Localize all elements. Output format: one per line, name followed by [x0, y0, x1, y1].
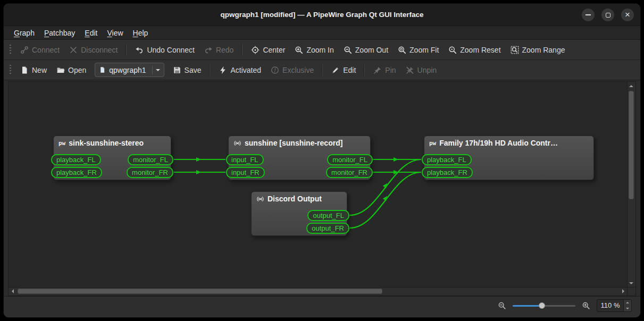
- close-button[interactable]: ×: [621, 9, 634, 21]
- node-header: Discord Output: [252, 192, 347, 206]
- disconnect-icon: [69, 46, 78, 54]
- port-monitor-fl[interactable]: monitor_FL: [128, 154, 173, 165]
- menu-help[interactable]: Help: [128, 26, 153, 39]
- patchbay-file-icon: [99, 66, 106, 73]
- minimize-button[interactable]: [582, 9, 595, 21]
- node-ports: output_FL output_FR: [252, 206, 347, 234]
- vertical-scrollbar-handle[interactable]: [629, 91, 634, 199]
- port-playback-fr[interactable]: playback_FR: [51, 167, 102, 178]
- wire-arrow: [394, 157, 398, 162]
- maximize-icon: [606, 13, 610, 18]
- zoom-spinbox[interactable]: 110 %: [597, 299, 632, 312]
- port-monitor-fl[interactable]: monitor_FL: [327, 154, 373, 165]
- menu-edit[interactable]: Edit: [80, 26, 102, 39]
- maximize-button[interactable]: [601, 9, 614, 21]
- wire-arrow: [196, 157, 201, 162]
- zoom-range-icon: [511, 46, 519, 54]
- zoom-slider[interactable]: [513, 301, 575, 310]
- scroll-right-button[interactable]: [620, 288, 627, 295]
- toolbar-handle[interactable]: [10, 65, 11, 75]
- patchbay-profile-combo[interactable]: qpwgraph1: [95, 63, 164, 77]
- node-ports: input_FL input_FR monitor_FL monitor_FR: [229, 150, 370, 178]
- toolbar-handle[interactable]: [10, 45, 11, 55]
- zoom-reset-button[interactable]: Zoom Reset: [444, 43, 505, 57]
- arrow-down-icon: [626, 308, 629, 311]
- zoom-slider-handle[interactable]: [539, 302, 545, 309]
- redo-icon: [204, 46, 213, 54]
- titlebar[interactable]: qpwgraph1 [modified] — A PipeWire Graph …: [4, 4, 640, 26]
- vertical-scrollbar[interactable]: [628, 81, 636, 288]
- undo-connect-button[interactable]: Undo Connect: [130, 43, 199, 57]
- save-button[interactable]: Save: [168, 63, 206, 77]
- port-playback-fr[interactable]: playback_FR: [422, 167, 473, 178]
- center-icon: [251, 46, 260, 54]
- port-input-fr[interactable]: input_FR: [226, 167, 265, 178]
- zoom-reset-label: Zoom Reset: [460, 46, 500, 54]
- center-button[interactable]: Center: [246, 43, 290, 57]
- port-monitor-fr[interactable]: monitor_FR: [127, 167, 173, 178]
- menu-label: V: [107, 29, 112, 37]
- zoom-in-small-icon[interactable]: [582, 301, 590, 310]
- scroll-up-button[interactable]: [628, 82, 635, 89]
- zoom-fit-button[interactable]: Zoom Fit: [393, 43, 444, 57]
- horizontal-scrollbar-handle[interactable]: [18, 289, 382, 294]
- window-controls: ×: [582, 9, 634, 21]
- zoom-range-button[interactable]: Zoom Range: [506, 43, 570, 57]
- zoom-in-label: Zoom In: [306, 46, 333, 54]
- port-output-fr[interactable]: output_FR: [306, 223, 349, 234]
- undo-connect-label: Undo Connect: [147, 46, 195, 54]
- new-label: New: [32, 66, 47, 74]
- port-input-fl[interactable]: input_FL: [226, 154, 264, 165]
- menu-label: atchbay: [49, 29, 75, 37]
- lightning-icon: [219, 66, 227, 74]
- zoom-range-label: Zoom Range: [522, 46, 565, 54]
- port-output-fl[interactable]: output_FL: [307, 210, 349, 221]
- undo-icon: [135, 46, 144, 54]
- spin-down-button[interactable]: [624, 306, 631, 311]
- node-header: sunshine [sunshine-record]: [229, 136, 370, 150]
- node-family-hd-audio[interactable]: pw Family 17h/19h HD Audio Contr… playba…: [424, 136, 594, 180]
- node-sink-sunshine-stereo[interactable]: pw sink-sunshine-stereo playback_FL play…: [53, 136, 171, 180]
- new-button[interactable]: New: [15, 63, 52, 77]
- arrow-up-icon: [629, 83, 633, 87]
- horizontal-scrollbar[interactable]: [8, 288, 628, 296]
- disconnect-button[interactable]: Disconnect: [64, 43, 122, 57]
- toolbar-separator: [322, 64, 323, 76]
- menu-graph[interactable]: Graph: [9, 26, 39, 39]
- port-playback-fl[interactable]: playback_FL: [422, 154, 472, 165]
- open-button[interactable]: Open: [52, 63, 91, 77]
- scroll-down-button[interactable]: [628, 280, 635, 287]
- patchbay-profile-value: qpwgraph1: [109, 66, 146, 74]
- node-discord-output[interactable]: Discord Output output_FL output_FR: [251, 191, 347, 236]
- unpin-label: Unpin: [417, 66, 437, 74]
- menu-view[interactable]: View: [102, 26, 128, 39]
- audio-stream-icon: [233, 139, 241, 147]
- activated-button[interactable]: Activated: [214, 63, 266, 77]
- redo-label: Redo: [216, 46, 233, 54]
- node-sunshine[interactable]: sunshine [sunshine-record] input_FL inpu…: [228, 136, 371, 180]
- exclusive-button[interactable]: f Exclusive: [266, 63, 319, 77]
- arrow-right-icon: [622, 289, 626, 293]
- zoom-out-button[interactable]: Zoom Out: [339, 43, 393, 57]
- zoom-out-icon: [344, 46, 352, 54]
- port-playback-fl[interactable]: playback_FL: [51, 154, 101, 165]
- pin-button[interactable]: Pin: [369, 63, 400, 77]
- menu-patchbay[interactable]: Patchbay: [39, 26, 80, 39]
- spin-up-button[interactable]: [624, 300, 631, 306]
- edit-label: Edit: [343, 66, 356, 74]
- unpin-button[interactable]: Unpin: [401, 63, 442, 77]
- connection-wires: [9, 82, 628, 288]
- window-title: qpwgraph1 [modified] — A PipeWire Graph …: [220, 11, 423, 19]
- port-monitor-fr[interactable]: monitor_FR: [326, 167, 373, 178]
- edit-button[interactable]: Edit: [327, 63, 361, 77]
- wire-arrow: [383, 182, 389, 188]
- combo-separator: [152, 66, 153, 74]
- redo-button[interactable]: Redo: [199, 43, 238, 57]
- close-icon: ×: [625, 10, 630, 19]
- zoom-out-small-icon[interactable]: [498, 301, 506, 310]
- graph-canvas[interactable]: pw sink-sunshine-stereo playback_FL play…: [8, 81, 628, 288]
- connect-button[interactable]: Connect: [15, 43, 64, 57]
- node-ports: playback_FL playback_FR monitor_FL monit…: [54, 150, 171, 178]
- scroll-left-button[interactable]: [9, 288, 16, 295]
- zoom-in-button[interactable]: Zoom In: [290, 43, 338, 57]
